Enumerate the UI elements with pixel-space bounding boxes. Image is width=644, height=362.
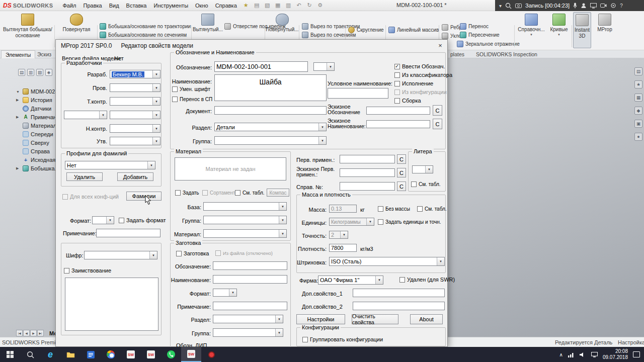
developer-combo[interactable]: Беккер М.В. [110,70,160,78]
search-icon[interactable] [505,3,512,9]
chevron-down-icon[interactable] [375,276,383,284]
delete-profile-button[interactable]: Удалить [66,172,103,181]
fillet-button[interactable]: Скругление [348,27,384,33]
chevron-down-icon[interactable] [152,125,160,132]
mprop-button[interactable]: MProp [594,12,616,33]
microphone-icon[interactable] [573,3,577,9]
extruded-boss-button[interactable]: Вытянутая бобышка/основание [1,12,54,38]
menu-tools[interactable]: Инструменты [150,0,192,11]
model-tab-first-icon[interactable]: |◀ [16,330,23,336]
chevron-down-icon[interactable] [425,166,433,173]
chrome-icon[interactable] [101,347,121,362]
taskbar-search-button[interactable] [20,347,40,362]
chevron-down-icon[interactable] [147,161,155,169]
clear-properties-button[interactable]: Очистить свойства [352,314,398,324]
chevron-down-icon[interactable] [152,98,160,105]
instant3d-button[interactable]: Instant 3D [573,12,591,48]
menu-edit[interactable]: Правка [80,0,106,11]
blank-section-combo[interactable] [213,315,283,323]
blank-note-input[interactable] [213,302,287,310]
group-configurations-checkbox[interactable]: Группировать конфигурации [302,336,383,342]
cipher-combo[interactable] [84,251,157,259]
name-input[interactable]: Шайба [214,74,327,101]
sketch-first-application-input[interactable] [340,168,395,177]
checker-combo[interactable] [110,83,160,92]
task-pane-explorer-icon[interactable]: ▦ [634,94,642,102]
task-pane-home-icon[interactable]: ▤ [634,67,642,75]
assembly-checkbox[interactable]: Сборка [394,98,421,104]
propertymanager-tab-icon[interactable]: ▥ [27,69,34,76]
chevron-down-icon[interactable] [275,329,283,336]
model-tab-next-icon[interactable]: ▶ [30,330,37,336]
network-icon[interactable] [568,352,575,357]
close-icon[interactable]: × [436,42,445,50]
extruded-cut-button[interactable]: Вытянутый... [193,12,222,33]
no-mass-checkbox[interactable]: Без массы [378,206,410,212]
chevron-down-icon[interactable] [327,63,334,70]
tree-expand-icon[interactable]: ▶ [16,115,21,119]
prop1-input[interactable] [353,289,445,297]
reference-geometry-button[interactable]: Справочн... ▼ [517,12,545,36]
first-application-input[interactable] [340,155,395,163]
model-tab-prev-icon[interactable]: ◀ [23,330,30,336]
chevron-down-icon[interactable] [152,70,160,78]
execution-checkbox[interactable]: Исполнение [394,80,433,86]
user-icon[interactable] [581,3,587,9]
blank-from-file-checkbox[interactable]: Из файла (отключено) [215,250,273,256]
chevron-down-icon[interactable] [106,217,114,224]
chevron-down-icon[interactable] [340,231,348,238]
save-icon[interactable]: ▦ [274,2,282,9]
tree-expand-icon[interactable]: ▶ [16,166,21,170]
enter-designation-checkbox[interactable]: Ввести Обознач. [394,63,445,69]
tab-features[interactable]: Элементы [1,50,35,58]
chevron-down-icon[interactable] [149,251,157,259]
small-font-checkbox[interactable]: Умен. шрифт [172,86,210,92]
designation-variant-combo[interactable] [313,62,335,71]
tab-inspection[interactable]: SOLIDWORKS Inspection [472,50,541,58]
litera-combo[interactable] [412,165,433,173]
blank-name-input[interactable] [213,275,287,284]
volume-icon[interactable] [580,352,586,357]
to-bom-checkbox[interactable]: Перенос в СП [172,97,212,102]
tree-item-right-plane[interactable]: Справа [16,148,50,154]
from-classifier-checkbox[interactable]: Из классификатора [394,72,452,78]
add-profile-button[interactable]: Добавить [117,172,153,181]
notification-center-icon[interactable] [633,351,640,357]
sortament-checkbox[interactable]: Сортамент [202,190,235,196]
mail-app-icon[interactable] [80,347,101,362]
edge-icon[interactable]: e [40,347,60,362]
chevron-down-icon[interactable] [318,137,326,144]
tree-expand-icon[interactable]: ▼ [16,90,21,94]
tree-item-history[interactable]: ▶ История [16,97,52,103]
units-combo[interactable]: Килограммы [329,218,374,226]
tab-templates[interactable]: plates [446,50,468,58]
video-camera-icon[interactable] [600,3,607,8]
start-button[interactable] [0,347,20,362]
chevron-down-icon[interactable] [152,137,160,145]
deleted-for-swr-checkbox[interactable]: Удален (для SWR) [399,277,455,283]
format-combo[interactable] [92,216,114,224]
pin-menu-icon[interactable]: ★ [244,2,249,9]
blank-checkbox[interactable]: Заготовка [176,250,209,256]
menu-insert[interactable]: Вставка [123,0,150,11]
configurationmanager-tab-icon[interactable]: ▧ [36,69,43,76]
settings-gear-icon[interactable] [610,3,616,9]
monitor-icon[interactable] [590,3,597,9]
firm-combo[interactable]: ОАО "Фирма 1" [318,276,383,285]
note-input[interactable] [96,229,160,237]
model-tab-last-icon[interactable]: ▶| [37,330,44,336]
density-input[interactable]: 7800 [329,244,357,252]
borrow-checkbox[interactable]: Заимствование [64,267,111,274]
first-application-c-button[interactable]: С [397,154,406,164]
file-explorer-icon[interactable] [60,347,80,362]
litera-table-checkbox[interactable]: См. табл. [411,182,441,187]
material-group-combo[interactable] [203,216,287,224]
linear-pattern-button[interactable]: Линейный массив [388,27,439,33]
menu-file[interactable]: Файл [59,0,79,11]
material-table-checkbox[interactable]: См. табл. [235,190,265,196]
tab-sketch[interactable]: Эскиз [33,50,55,58]
chevron-down-icon[interactable] [279,230,286,237]
hatch-combo[interactable]: ISO (Сталь) [329,257,445,266]
blank-group-combo[interactable] [213,328,283,337]
document-input[interactable] [214,106,327,115]
